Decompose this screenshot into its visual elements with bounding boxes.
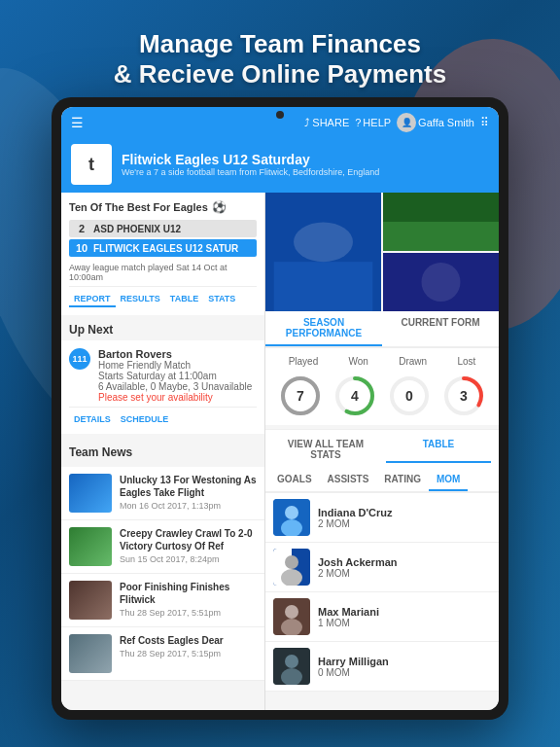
tab-mom[interactable]: MOM — [429, 469, 468, 491]
news-date-3: Thu 28 Sep 2017, 5:51pm — [120, 608, 257, 618]
tab-season-performance[interactable]: SEASON PERFORMANCE — [265, 311, 382, 346]
news-thumb-4 — [69, 634, 112, 673]
team-logo: t — [71, 144, 112, 185]
news-thumb-1 — [69, 474, 112, 513]
news-item-1[interactable]: Unlucky 13 For Westoning As Eagles Take … — [61, 467, 264, 520]
player-row-3[interactable]: Max Mariani 1 MOM — [265, 592, 499, 642]
share-btn[interactable]: ⤴ SHARE — [304, 117, 349, 128]
svg-rect-4 — [383, 222, 499, 251]
player-avatar-4 — [273, 648, 310, 685]
tab-results[interactable]: RESULTS — [116, 292, 165, 307]
home-team-row: 10 FLITWICK EAGLES U12 SATUR — [69, 239, 257, 257]
tablet-frame: ☰ ⤴ SHARE ? HELP 👤 Gaffa Smith ⠿ — [52, 97, 508, 720]
player-info-2: Josh Ackerman 2 MOM — [318, 556, 491, 579]
player-avatar-1 — [273, 499, 310, 536]
player-name-3: Max Mariani — [318, 606, 491, 618]
fixture-type: Home Friendly Match — [98, 360, 257, 371]
svg-text:7: 7 — [297, 388, 304, 404]
tab-details[interactable]: DETAILS — [69, 412, 116, 426]
player-stat-3: 1 MOM — [318, 618, 491, 628]
news-date-2: Sun 15 Oct 2017, 8:24pm — [120, 554, 257, 564]
label-lost: Lost — [457, 356, 475, 367]
svg-text:0: 0 — [405, 388, 413, 404]
label-drawn: Drawn — [399, 356, 427, 367]
fixture-action-tabs: DETAILS SCHEDULE — [69, 407, 257, 426]
help-label: HELP — [363, 117, 391, 128]
team-info: Flitwick Eagles U12 Saturday We're a 7 a… — [122, 152, 379, 178]
player-row-4[interactable]: Harry Milligan 0 MOM — [265, 642, 499, 692]
match-tabs: REPORT RESULTS TABLE STATS — [69, 286, 257, 307]
news-title-4: Ref Costs Eagles Dear — [120, 634, 257, 647]
tab-current-form[interactable]: CURRENT FORM — [382, 311, 499, 346]
tab-table[interactable]: TABLE — [165, 292, 203, 307]
view-all-stats-btn[interactable]: VIEW ALL TEAM STATS — [273, 436, 378, 463]
label-played: Played — [289, 356, 319, 367]
player-name-2: Josh Ackerman — [318, 556, 491, 568]
left-panel: Ten Of The Best For Eagles ⚽ 2 ASD PHOEN… — [61, 193, 265, 710]
tab-schedule[interactable]: SCHEDULE — [116, 412, 174, 426]
news-title-1: Unlucky 13 For Westoning As Eagles Take … — [120, 474, 257, 499]
player-name-4: Harry Milligan — [318, 656, 491, 667]
hamburger-icon[interactable]: ☰ — [71, 115, 84, 130]
photo-2 — [383, 193, 499, 251]
news-item-3[interactable]: Poor Finishing Finishes Flitwick Thu 28 … — [61, 574, 264, 627]
player-avatar-3 — [273, 598, 310, 635]
news-content-3: Poor Finishing Finishes Flitwick Thu 28 … — [120, 581, 257, 618]
view-buttons: VIEW ALL TEAM STATS TABLE — [265, 429, 499, 469]
news-section: Unlucky 13 For Westoning As Eagles Take … — [61, 467, 264, 681]
upnext-title: Up Next — [61, 315, 264, 340]
news-item-2[interactable]: Creepy Crawley Crawl To 2-0 Victory Curt… — [61, 520, 264, 574]
fixture-availability: 6 Available, 0 Maybe, 3 Unavailable — [98, 381, 257, 392]
svg-point-27 — [285, 605, 298, 619]
fixture-time: Starts Saturday at 11:00am — [98, 371, 257, 381]
tab-report[interactable]: REPORT — [69, 292, 116, 307]
hero-text: Manage Team Finances & Recieve Online Pa… — [0, 19, 560, 99]
news-content-4: Ref Costs Eagles Dear Thu 28 Sep 2017, 5… — [120, 634, 257, 658]
player-row-1[interactable]: Indiana D'Cruz 2 MOM — [265, 493, 499, 543]
football-icon: ⚽ — [212, 200, 227, 214]
svg-point-30 — [285, 655, 298, 668]
player-stat-2: 2 MOM — [318, 568, 491, 579]
svg-point-1 — [294, 223, 353, 263]
player-list: Indiana D'Cruz 2 MOM — [265, 493, 499, 692]
news-title: Team News — [61, 438, 264, 463]
apps-icon[interactable]: ⠿ — [480, 116, 489, 129]
photos-grid — [265, 193, 499, 311]
stat-won: 4 — [333, 374, 376, 417]
news-item-4[interactable]: Ref Costs Eagles Dear Thu 28 Sep 2017, 5… — [61, 627, 264, 681]
home-score: 10 — [74, 242, 89, 254]
photo-1 — [265, 193, 381, 311]
share-icon: ⤴ — [304, 117, 310, 128]
player-avatar-2 — [273, 549, 310, 586]
player-info-4: Harry Milligan 0 MOM — [318, 656, 491, 678]
user-name: Gaffa Smith — [418, 117, 474, 128]
news-thumb-3 — [69, 581, 112, 620]
photo-3 — [383, 253, 499, 311]
circles-row: 7 4 — [273, 374, 491, 417]
match-section: Ten Of The Best For Eagles ⚽ 2 ASD PHOEN… — [61, 193, 264, 315]
tab-rating[interactable]: RATING — [376, 469, 429, 491]
match-title: Ten Of The Best For Eagles ⚽ — [69, 200, 257, 214]
player-row-2[interactable]: Josh Ackerman 2 MOM — [265, 543, 499, 592]
news-thumb-2 — [69, 527, 112, 566]
help-btn[interactable]: ? HELP — [355, 117, 391, 128]
mom-tabs: GOALS ASSISTS RATING MOM — [265, 469, 499, 493]
svg-point-20 — [285, 506, 298, 519]
fixture-icon-label: 111 — [72, 354, 87, 364]
hero-line1: Manage Team Finances — [39, 29, 521, 59]
news-title-2: Creepy Crawley Crawl To 2-0 Victory Curt… — [120, 527, 257, 552]
right-panel: SEASON PERFORMANCE CURRENT FORM Played W… — [265, 193, 499, 710]
tab-assists[interactable]: ASSISTS — [320, 469, 377, 491]
opponent-name: Barton Rovers — [98, 348, 257, 360]
player-name-1: Indiana D'Cruz — [318, 507, 491, 518]
tablet-screen: ☰ ⤴ SHARE ? HELP 👤 Gaffa Smith ⠿ — [61, 107, 499, 710]
avatar: 👤 — [397, 113, 416, 132]
user-area[interactable]: 👤 Gaffa Smith — [397, 113, 474, 132]
tab-goals[interactable]: GOALS — [269, 469, 320, 491]
tab-stats[interactable]: STATS — [203, 292, 240, 307]
svg-rect-2 — [274, 262, 373, 311]
table-btn[interactable]: TABLE — [386, 436, 491, 463]
avail-cta[interactable]: Please set your availability — [98, 392, 257, 403]
season-perf-tabs: SEASON PERFORMANCE CURRENT FORM — [265, 311, 499, 348]
match-info: Away league match played Sat 14 Oct at 1… — [69, 259, 257, 286]
